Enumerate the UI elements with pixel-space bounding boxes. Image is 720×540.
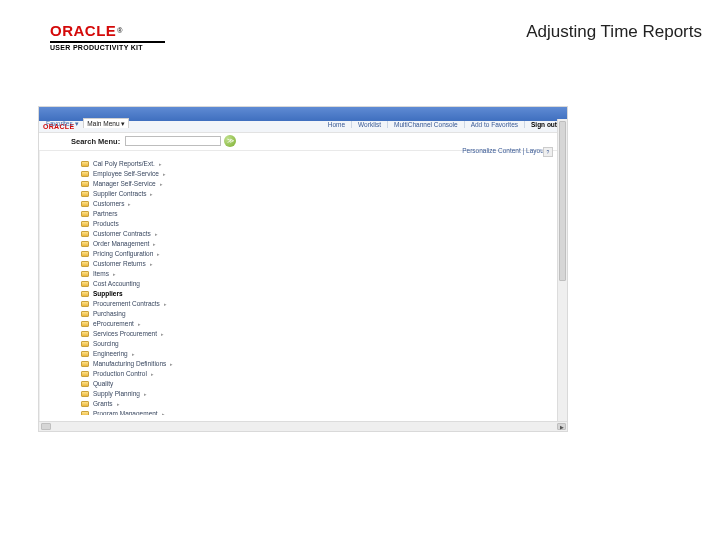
- menu-item[interactable]: Items▸: [79, 269, 561, 279]
- menu-content: Personalize Content | Layout ? Cal Poly …: [79, 147, 561, 415]
- menu-item[interactable]: Purchasing: [79, 309, 561, 319]
- menu-item[interactable]: Quality: [79, 379, 561, 389]
- menu-item-label: Purchasing: [93, 309, 126, 319]
- search-input[interactable]: [125, 136, 221, 146]
- personalize-link[interactable]: Personalize Content | Layout ?: [462, 147, 551, 154]
- folder-icon: [81, 301, 89, 307]
- brand-trademark: ®: [117, 27, 122, 34]
- folder-icon: [81, 361, 89, 367]
- menu-item[interactable]: Procurement Contracts▸: [79, 299, 561, 309]
- menu-item[interactable]: Engineering▸: [79, 349, 561, 359]
- menu-item[interactable]: Supply Planning▸: [79, 389, 561, 399]
- link-add-favorites[interactable]: Add to Favorites: [471, 121, 525, 128]
- menu-item-label: Manager Self-Service: [93, 179, 156, 189]
- folder-icon: [81, 391, 89, 397]
- help-icon[interactable]: ?: [543, 147, 553, 157]
- submenu-arrow-icon: ▸: [160, 179, 163, 189]
- horizontal-scrollbar[interactable]: ▶: [39, 421, 567, 431]
- menu-item[interactable]: Manager Self-Service▸: [79, 179, 561, 189]
- folder-icon: [81, 271, 89, 277]
- submenu-arrow-icon: ▸: [128, 199, 131, 209]
- menu-item-label: Employee Self-Service: [93, 169, 159, 179]
- folder-icon: [81, 281, 89, 287]
- vertical-scrollbar[interactable]: [557, 119, 567, 421]
- menu-item[interactable]: Grants▸: [79, 399, 561, 409]
- folder-icon: [81, 311, 89, 317]
- menu-item[interactable]: Customer Returns▸: [79, 259, 561, 269]
- folder-icon: [81, 211, 89, 217]
- menu-item-label: Engineering: [93, 349, 128, 359]
- menu-item-label: Supplier Contracts: [93, 189, 146, 199]
- scroll-right-arrow-icon[interactable]: ▶: [557, 423, 566, 430]
- folder-icon: [81, 191, 89, 197]
- horizontal-scroll-thumb[interactable]: [41, 423, 51, 430]
- brand-name: ORACLE: [50, 22, 116, 39]
- menu-item[interactable]: Manufacturing Definitions▸: [79, 359, 561, 369]
- header-links: Home Worklist MultiChannel Console Add t…: [328, 121, 563, 128]
- menu-item-label: Cost Accounting: [93, 279, 140, 289]
- menu-item-label: Services Procurement: [93, 329, 157, 339]
- folder-icon: [81, 181, 89, 187]
- brand-logo: ORACLE ®: [50, 22, 165, 39]
- menu-item-label: Production Control: [93, 369, 147, 379]
- menu-item[interactable]: Cal Poly Reports/Ext.▸: [79, 159, 561, 169]
- submenu-arrow-icon: ▸: [144, 389, 147, 399]
- submenu-arrow-icon: ▸: [164, 299, 167, 309]
- link-multichannel[interactable]: MultiChannel Console: [394, 121, 465, 128]
- tab-main-menu[interactable]: Main Menu ▾: [83, 118, 129, 128]
- menu-item[interactable]: Services Procurement▸: [79, 329, 561, 339]
- link-home[interactable]: Home: [328, 121, 352, 128]
- folder-icon: [81, 251, 89, 257]
- folder-icon: [81, 241, 89, 247]
- menu-item-label: Program Management: [93, 409, 158, 415]
- folder-icon: [81, 231, 89, 237]
- menu-item-label: Customers: [93, 199, 124, 209]
- menu-item-label: Partners: [93, 209, 118, 219]
- menu-item[interactable]: eProcurement▸: [79, 319, 561, 329]
- menu-item[interactable]: Customer Contracts▸: [79, 229, 561, 239]
- folder-icon: [81, 261, 89, 267]
- menu-item[interactable]: Products: [79, 219, 561, 229]
- brand-divider: [50, 41, 165, 43]
- search-go-button[interactable]: ≫: [224, 135, 236, 147]
- folder-icon: [81, 171, 89, 177]
- menu-item[interactable]: Suppliers: [79, 289, 561, 299]
- menu-item[interactable]: Cost Accounting: [79, 279, 561, 289]
- folder-icon: [81, 371, 89, 377]
- brand-subtitle: USER PRODUCTIVITY KIT: [50, 44, 165, 51]
- submenu-arrow-icon: ▸: [150, 259, 153, 269]
- menu-item-label: Items: [93, 269, 109, 279]
- menu-item[interactable]: Order Management▸: [79, 239, 561, 249]
- slide-title: Adjusting Time Reports: [526, 22, 702, 42]
- menu-item[interactable]: Sourcing: [79, 339, 561, 349]
- folder-icon: [81, 331, 89, 337]
- submenu-arrow-icon: ▸: [162, 409, 165, 415]
- menu-item-label: Pricing Configuration: [93, 249, 153, 259]
- nav-tabs: Favorites ▾ Main Menu ▾: [43, 120, 129, 128]
- menu-item[interactable]: Supplier Contracts▸: [79, 189, 561, 199]
- menu-item-label: Supply Planning: [93, 389, 140, 399]
- tab-favorites[interactable]: Favorites ▾: [43, 119, 82, 128]
- personalize-label: Personalize Content | Layout: [462, 147, 545, 154]
- vertical-scroll-thumb[interactable]: [559, 121, 566, 281]
- submenu-arrow-icon: ▸: [153, 239, 156, 249]
- menu-item[interactable]: Program Management▸: [79, 409, 561, 415]
- submenu-arrow-icon: ▸: [151, 369, 154, 379]
- menu-item[interactable]: Pricing Configuration▸: [79, 249, 561, 259]
- menu-item-label: Sourcing: [93, 339, 119, 349]
- menu-item[interactable]: Partners: [79, 209, 561, 219]
- folder-icon: [81, 161, 89, 167]
- link-worklist[interactable]: Worklist: [358, 121, 388, 128]
- submenu-arrow-icon: ▸: [170, 359, 173, 369]
- brand-block: ORACLE ® USER PRODUCTIVITY KIT: [50, 22, 165, 51]
- folder-icon: [81, 341, 89, 347]
- menu-item[interactable]: Employee Self-Service▸: [79, 169, 561, 179]
- menu-item-label: Manufacturing Definitions: [93, 359, 166, 369]
- folder-icon: [81, 351, 89, 357]
- menu-item-label: Customer Contracts: [93, 229, 151, 239]
- search-go-icon: ≫: [227, 137, 234, 145]
- menu-item[interactable]: Customers▸: [79, 199, 561, 209]
- menu-item-label: Customer Returns: [93, 259, 146, 269]
- menu-item-label: Procurement Contracts: [93, 299, 160, 309]
- menu-item[interactable]: Production Control▸: [79, 369, 561, 379]
